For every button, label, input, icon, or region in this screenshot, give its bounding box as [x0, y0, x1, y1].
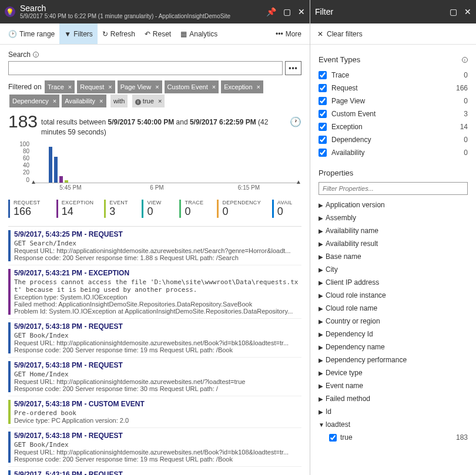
event-type-checkbox[interactable]: [319, 84, 327, 92]
filter-tag[interactable]: Exception ×: [221, 80, 263, 93]
property-row[interactable]: ▶Event name: [319, 379, 468, 392]
result-header: 5/9/2017, 5:43:18 PM - REQUEST: [14, 322, 301, 331]
filter-tag[interactable]: Custom Event ×: [165, 80, 219, 93]
search-input[interactable]: [8, 61, 283, 75]
filters-button[interactable]: ▼Filters: [59, 23, 98, 44]
property-row[interactable]: ▶Assembly: [319, 211, 468, 224]
result-line: Response code: 200 Server response time:…: [14, 456, 301, 463]
close-icon[interactable]: ✕: [298, 7, 305, 16]
event-type-name: Exception: [331, 123, 363, 131]
info-icon[interactable]: i: [462, 57, 468, 63]
analytics-button[interactable]: ▦Analytics: [176, 23, 222, 44]
stat-exception[interactable]: EXCEPTION14: [56, 200, 100, 218]
event-type-row[interactable]: Request166: [319, 82, 468, 95]
filter-tag[interactable]: Request ×: [77, 80, 115, 93]
property-row[interactable]: ▶Dependency performance: [319, 353, 468, 366]
more-button[interactable]: •••More: [271, 30, 306, 38]
property-loadtest-value[interactable]: true 183: [319, 431, 468, 444]
property-row[interactable]: ▶Availability result: [319, 237, 468, 250]
event-type-checkbox[interactable]: [319, 136, 327, 144]
result-item[interactable]: 5/9/2017, 5:43:18 PM - REQUESTGET Home/I…: [8, 358, 301, 396]
result-line: Request URL: http://applicationinsightde…: [14, 339, 301, 346]
total-count: 183: [8, 113, 38, 130]
filter-tag[interactable]: Page View ×: [118, 80, 162, 93]
property-row[interactable]: ▶Failed method: [319, 392, 468, 405]
properties-filter-input[interactable]: [319, 182, 468, 195]
event-types-list: Trace0Request166Page View0Custom Event3E…: [319, 69, 468, 159]
caret-right-icon: ▶: [319, 202, 326, 208]
loadtest-true-checkbox[interactable]: [329, 434, 337, 442]
result-item[interactable]: 5/9/2017, 5:43:16 PM - REQUESTPOST Book/…: [8, 467, 301, 475]
remove-tag-icon[interactable]: ×: [68, 83, 72, 90]
caret-right-icon: ▶: [319, 228, 326, 234]
result-item[interactable]: 5/9/2017, 5:43:18 PM - REQUESTGET Book/I…: [8, 428, 301, 467]
funnel-icon: ▼: [64, 30, 71, 38]
refresh-button[interactable]: ↻Refresh: [98, 23, 140, 44]
result-item[interactable]: 5/9/2017, 5:43:18 PM - REQUESTGET Book/I…: [8, 319, 301, 358]
filter-tag[interactable]: Availability ×: [62, 95, 106, 107]
clear-filters-button[interactable]: ✕ Clear filters: [310, 23, 476, 45]
remove-tag-icon[interactable]: ×: [108, 83, 112, 90]
stat-avail[interactable]: AVAIL0: [272, 200, 301, 218]
property-row[interactable]: ▶Base name: [319, 250, 468, 263]
close-icon[interactable]: ✕: [464, 7, 471, 16]
stat-request[interactable]: REQUEST166: [8, 200, 52, 218]
property-row[interactable]: ▶Cloud role instance: [319, 289, 468, 302]
pin-icon[interactable]: 📌: [266, 7, 276, 16]
search-options-button[interactable]: •••: [285, 61, 301, 75]
info-icon[interactable]: i: [33, 52, 39, 58]
property-row[interactable]: ▶Application version: [319, 198, 468, 211]
maximize-icon[interactable]: ▢: [450, 7, 457, 16]
property-row[interactable]: ▶City: [319, 263, 468, 276]
stat-view[interactable]: VIEW0: [142, 200, 175, 218]
event-type-checkbox[interactable]: [319, 97, 327, 105]
event-type-row[interactable]: Custom Event3: [319, 107, 468, 120]
property-loadtest[interactable]: ▼ loadtest: [319, 418, 468, 431]
timeline-chart[interactable]: 100806040200 ▲ ▲ 5:45 PM6 PM6:15 PM: [8, 141, 301, 194]
event-type-checkbox[interactable]: [319, 123, 327, 131]
event-type-row[interactable]: Availability0: [319, 146, 468, 159]
filter-tag[interactable]: Dependency ×: [9, 95, 59, 107]
result-item[interactable]: 5/9/2017, 5:43:21 PM - EXCEPTIONThe proc…: [8, 265, 301, 319]
event-type-checkbox[interactable]: [319, 149, 327, 157]
result-header: 5/9/2017, 5:43:25 PM - REQUEST: [14, 230, 301, 238]
event-type-row[interactable]: Trace0: [319, 69, 468, 82]
event-types-header: Event Types i: [319, 55, 468, 64]
event-type-checkbox[interactable]: [319, 71, 327, 79]
stat-trace[interactable]: TRACE0: [179, 200, 212, 218]
maximize-icon[interactable]: ▢: [283, 7, 291, 16]
x-icon: ✕: [317, 30, 323, 38]
stat-dependency[interactable]: DEPENDENCY0: [217, 200, 267, 218]
remove-tag-icon[interactable]: ×: [53, 97, 56, 105]
reset-button[interactable]: ↶Reset: [140, 23, 176, 44]
event-type-row[interactable]: Dependency0: [319, 133, 468, 146]
remove-tag-icon[interactable]: ×: [212, 83, 216, 90]
result-item[interactable]: 5/9/2017, 5:43:25 PM - REQUESTGET Search…: [8, 227, 301, 265]
stat-event[interactable]: EVENT3: [104, 200, 137, 218]
property-row[interactable]: ▶Dependency Id: [319, 328, 468, 341]
property-label: loadtest: [326, 420, 350, 429]
filter-tag[interactable]: Trace ×: [45, 80, 75, 93]
filter-title: Filter: [315, 7, 333, 17]
property-row[interactable]: ▶Availability name: [319, 224, 468, 237]
remove-tag-icon[interactable]: ×: [158, 97, 162, 105]
time-range-button[interactable]: 🕑Time range: [4, 23, 59, 44]
result-line: Failed method: ApplicationInsightDemoSit…: [14, 301, 301, 308]
property-row[interactable]: ▶Device type: [319, 366, 468, 379]
remove-tag-icon[interactable]: ×: [155, 83, 159, 90]
event-type-checkbox[interactable]: [319, 110, 327, 118]
event-type-row[interactable]: Page View0: [319, 95, 468, 107]
tag-true[interactable]: i true ×: [132, 95, 165, 107]
results-list: 5/9/2017, 5:43:25 PM - REQUESTGET Search…: [8, 226, 301, 475]
property-row[interactable]: ▶Client IP address: [319, 276, 468, 289]
remove-tag-icon[interactable]: ×: [257, 83, 260, 90]
property-row[interactable]: ▶Cloud role name: [319, 302, 468, 315]
event-type-row[interactable]: Exception14: [319, 120, 468, 133]
remove-tag-icon[interactable]: ×: [99, 97, 103, 105]
history-icon[interactable]: 🕐: [290, 113, 301, 127]
property-row[interactable]: ▶Dependency name: [319, 341, 468, 353]
property-row[interactable]: ▶Id: [319, 405, 468, 418]
property-row[interactable]: ▶Country or region: [319, 315, 468, 328]
result-item[interactable]: 5/9/2017, 5:43:18 PM - CUSTOM EVENTPre-o…: [8, 396, 301, 428]
result-line: Response code: 200 Server response time:…: [14, 254, 301, 261]
